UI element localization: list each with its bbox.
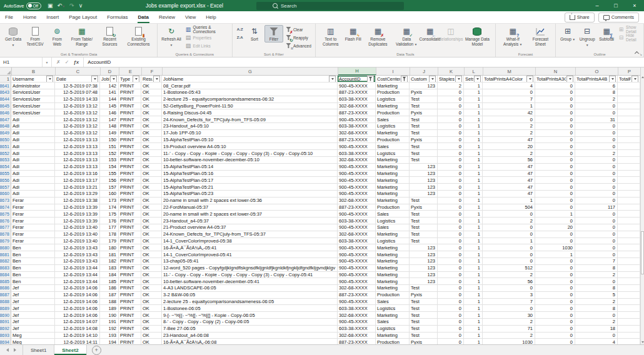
cell[interactable]: 0 xyxy=(575,137,618,144)
cell[interactable]: OK xyxy=(141,319,162,326)
cell[interactable]: 141 xyxy=(100,89,119,96)
cell[interactable] xyxy=(618,191,640,198)
cell[interactable]: PRINT xyxy=(119,285,141,292)
cell[interactable]: 12-6-2019 13:13 xyxy=(55,150,100,157)
cell[interactable]: 145 xyxy=(100,103,119,110)
cell[interactable]: 0 xyxy=(575,109,618,116)
cell[interactable]: 12-6-2019 13:12 xyxy=(55,130,100,137)
refresh-all-button[interactable]: ↻Refresh All ▼ xyxy=(160,25,183,48)
cell[interactable]: 12-6-2019 14:06 xyxy=(55,285,100,292)
cell[interactable]: 18 xyxy=(575,326,618,332)
cell[interactable]: 0 xyxy=(535,177,575,184)
cell[interactable]: Ferar xyxy=(11,218,55,224)
cell[interactable]: 149 xyxy=(100,130,119,137)
row-number[interactable]: 8694 xyxy=(0,339,11,344)
cell[interactable]: PRINT xyxy=(119,164,141,171)
cell[interactable]: 12-6-2019 14:06 xyxy=(55,292,100,299)
row-number[interactable]: 8656 xyxy=(0,177,11,184)
filter-button-F[interactable] xyxy=(153,76,160,82)
cell[interactable]: 2-lecture 25 - equaltycomparisonandsamen… xyxy=(162,299,338,306)
column-header-E[interactable]: E xyxy=(119,68,142,75)
cell[interactable]: PRINT xyxy=(119,109,141,116)
cell[interactable] xyxy=(618,231,640,238)
row-number[interactable]: 8689 xyxy=(0,305,11,312)
cell[interactable]: 12-5-2019 07:38 xyxy=(55,82,100,89)
cell[interactable]: 12-6-2019 13:13 xyxy=(55,137,100,144)
cell[interactable]: 900-45-XXXX xyxy=(338,319,376,326)
cell[interactable]: OK xyxy=(141,164,162,171)
column-header-C[interactable]: C xyxy=(56,68,101,75)
cell[interactable]: OK xyxy=(141,191,162,198)
cell[interactable]: 0 xyxy=(438,116,464,123)
cell[interactable]: 146 xyxy=(100,109,119,116)
cell[interactable]: 1 xyxy=(464,339,483,344)
header-cell-type[interactable]: Type xyxy=(119,76,141,82)
cell[interactable]: 1 xyxy=(464,191,483,198)
cell[interactable]: 0 xyxy=(438,198,464,204)
cell[interactable]: 47 xyxy=(483,137,535,144)
cell[interactable]: PRINT xyxy=(119,198,141,204)
sort-asc-button[interactable]: A↓Z xyxy=(235,26,244,33)
cell[interactable]: 2 xyxy=(483,319,535,326)
cell[interactable]: PRINT xyxy=(119,157,141,164)
filter-button-P[interactable] xyxy=(631,76,638,82)
cell[interactable]: 08_Cerar.pdf xyxy=(162,82,338,89)
cell[interactable]: 24-Known_Defects_for_TPCjuly-from_TFS-05… xyxy=(162,231,338,238)
row-number[interactable]: 8647 xyxy=(0,116,11,123)
cell[interactable]: Marketing xyxy=(376,164,410,171)
cell[interactable]: 15-AlphaTestPlan-05:10 xyxy=(162,137,338,144)
cell[interactable]: 24-Known_Defects_for_TPCjuly-from_TFS-05… xyxy=(162,116,338,123)
cell[interactable]: 42 xyxy=(483,109,535,116)
filter-button-G[interactable] xyxy=(329,76,336,82)
close-button[interactable]: × xyxy=(625,0,644,11)
cell[interactable]: 191 xyxy=(100,319,119,326)
cell[interactable]: 23-Handout_a4-05:10 xyxy=(162,123,338,130)
cell[interactable]: OK xyxy=(141,82,162,89)
cell[interactable] xyxy=(618,109,640,116)
cell[interactable]: 0 xyxy=(535,272,575,279)
cell[interactable]: 0 xyxy=(535,305,575,312)
name-box-dropdown-icon[interactable]: ▼ xyxy=(43,58,52,67)
cell[interactable]: 123 xyxy=(410,184,438,191)
cell[interactable]: 0 xyxy=(438,211,464,218)
cell[interactable] xyxy=(618,299,640,306)
row-number[interactable]: 8641 xyxy=(0,82,11,89)
row-number[interactable]: 8686 xyxy=(0,285,11,292)
cell[interactable] xyxy=(618,218,640,224)
cell[interactable]: 603-38-XXXX xyxy=(338,305,376,312)
comments-button[interactable]: Comments xyxy=(598,12,639,22)
cell[interactable]: 900-45-XXXX xyxy=(338,251,376,258)
cell[interactable]: 181 xyxy=(100,251,119,258)
cell[interactable]: PRINT xyxy=(119,143,141,150)
cell[interactable]: 144 xyxy=(100,96,119,103)
cell[interactable]: 5 xyxy=(575,292,618,299)
cell[interactable]: 0 xyxy=(438,150,464,157)
cell[interactable]: Logistics xyxy=(376,123,410,130)
cell[interactable]: 0 xyxy=(535,299,575,306)
cell[interactable]: 1 xyxy=(464,96,483,103)
cell[interactable]: 0 xyxy=(535,231,575,238)
row-number[interactable]: 8651 xyxy=(0,143,11,150)
menu-tab-home[interactable]: Home xyxy=(18,11,41,23)
cell[interactable] xyxy=(618,224,640,231)
row-number[interactable]: 8655 xyxy=(0,171,11,178)
cell[interactable]: 1 xyxy=(483,103,535,110)
cell[interactable]: 188 xyxy=(100,299,119,306)
cell[interactable]: 12-6-2019 13:39 xyxy=(55,211,100,218)
cell[interactable]: 0 xyxy=(438,319,464,326)
cell[interactable]: Test xyxy=(410,198,438,204)
cell[interactable]: 20 xyxy=(535,224,575,231)
cell[interactable]: OK xyxy=(141,231,162,238)
cell[interactable] xyxy=(618,177,640,184)
cell[interactable]: 2 xyxy=(483,272,535,279)
cell[interactable] xyxy=(618,198,640,204)
cell[interactable]: 2-lecture 25 - equaltycomparisonandsamen… xyxy=(162,96,338,103)
cell[interactable]: 56 xyxy=(483,278,535,285)
cell[interactable]: 1 xyxy=(464,143,483,150)
share-button[interactable]: Share xyxy=(565,12,595,22)
cell[interactable]: 603-38-XXXX xyxy=(338,238,376,245)
menu-tab-insert[interactable]: Insert xyxy=(41,11,64,23)
cell[interactable]: 900-45-XXXX xyxy=(338,258,376,265)
cell[interactable]: 12-6-2019 13:43 xyxy=(55,251,100,258)
cell[interactable]: OK xyxy=(141,312,162,319)
